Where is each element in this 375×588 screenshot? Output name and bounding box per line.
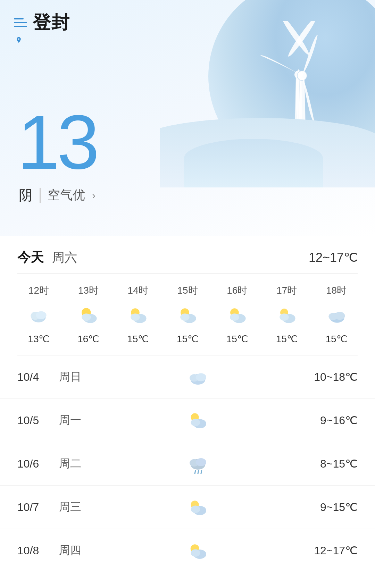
hour-icon-1	[76, 303, 101, 328]
hour-temp-5: 15℃	[276, 333, 298, 345]
forecast-row-0[interactable]: 10/4 周日 10~18℃	[0, 355, 375, 399]
forecast-icon-1	[101, 409, 295, 431]
forecast-icon-3	[101, 496, 295, 518]
today-label: 今天	[17, 249, 44, 266]
hour-icon-2	[125, 303, 150, 328]
svg-line-37	[195, 471, 195, 474]
hour-icon-0	[26, 303, 51, 328]
location-icon	[15, 36, 22, 43]
forecast-icon-4	[101, 539, 295, 562]
svg-point-18	[180, 313, 189, 321]
hour-item-4: 16时 15℃	[212, 284, 262, 345]
hour-label-6: 18时	[326, 284, 347, 297]
menu-line-3	[14, 26, 27, 27]
forecast-row-2[interactable]: 10/6 周二 8~15℃	[0, 442, 375, 486]
hour-label-4: 16时	[227, 284, 247, 297]
hour-label-0: 12时	[28, 284, 49, 297]
svg-point-30	[196, 373, 206, 381]
location-row	[15, 36, 22, 45]
menu-line-1	[14, 18, 24, 19]
menu-button[interactable]	[14, 18, 27, 27]
svg-point-42	[191, 506, 200, 513]
forecast-date-2: 10/6	[17, 457, 59, 470]
forecast-date-0: 10/4	[17, 371, 59, 384]
desc-divider	[40, 188, 41, 203]
hero-section: 登封 13 阴 空气优 ›	[0, 0, 375, 236]
forecast-day-4: 周四	[59, 543, 101, 558]
menu-line-2	[14, 22, 27, 23]
forecast-section: 今天 周六 12~17℃ 12时 13℃ 13时	[0, 236, 375, 572]
forecast-icon-0	[101, 366, 295, 388]
hour-item-3: 15时 15℃	[163, 284, 212, 345]
air-quality-chevron-icon[interactable]: ›	[92, 190, 95, 201]
forecast-date-4: 10/8	[17, 544, 59, 557]
hour-icon-5	[274, 303, 299, 328]
forecast-temp-2: 8~15℃	[295, 457, 358, 470]
forecast-date-3: 10/7	[17, 501, 59, 514]
svg-point-24	[280, 313, 289, 321]
weekday-label: 周六	[52, 249, 77, 266]
svg-point-9	[36, 311, 47, 319]
hour-label-1: 13时	[78, 284, 99, 297]
svg-line-38	[198, 471, 199, 474]
hour-temp-2: 15℃	[127, 333, 149, 345]
svg-point-36	[196, 458, 206, 466]
svg-point-45	[191, 549, 200, 556]
city-name[interactable]: 登封	[33, 10, 70, 35]
forecast-day-1: 周一	[59, 413, 101, 428]
forecast-row-3[interactable]: 10/7 周三 9~15℃	[0, 486, 375, 529]
forecast-temp-1: 9~16℃	[295, 414, 358, 427]
hour-icon-6	[324, 303, 349, 328]
forecast-day-2: 周二	[59, 456, 101, 471]
weather-condition: 阴	[19, 186, 33, 205]
hour-temp-3: 15℃	[177, 333, 198, 345]
forecast-row-1[interactable]: 10/5 周一 9~16℃	[0, 399, 375, 442]
weather-description-row: 阴 空气优 ›	[19, 186, 95, 205]
hour-label-5: 17时	[276, 284, 297, 297]
svg-point-21	[230, 313, 239, 321]
hour-temp-1: 16℃	[77, 333, 99, 345]
hour-label-2: 14时	[128, 284, 148, 297]
snow-hill-2	[184, 139, 323, 187]
today-temp-range: 12~17℃	[309, 250, 358, 265]
hour-temp-4: 15℃	[226, 333, 248, 345]
svg-point-15	[131, 313, 140, 321]
forecast-day-0: 周日	[59, 369, 101, 385]
air-quality-label[interactable]: 空气优	[48, 187, 85, 204]
forecast-temp-4: 12~17℃	[295, 544, 358, 557]
hourly-forecast-row: 12时 13℃ 13时	[0, 274, 375, 355]
today-header: 今天 周六 12~17℃	[0, 236, 375, 273]
hour-temp-0: 13℃	[28, 333, 49, 345]
forecast-temp-3: 9~15℃	[295, 501, 358, 514]
hour-icon-3	[175, 303, 200, 328]
hour-icon-4	[225, 303, 250, 328]
hour-item-6: 18时 15℃	[311, 284, 361, 345]
forecast-row-4[interactable]: 10/8 周四 12~17℃	[0, 529, 375, 572]
forecast-date-1: 10/5	[17, 414, 59, 427]
hour-label-3: 15时	[177, 284, 198, 297]
svg-point-33	[191, 419, 200, 426]
bg-illustration	[160, 0, 375, 187]
hour-temp-6: 15℃	[326, 333, 347, 345]
svg-point-27	[334, 312, 345, 320]
temperature-display: 13	[17, 104, 97, 180]
hour-item-2: 14时 15℃	[113, 284, 163, 345]
svg-line-39	[201, 471, 202, 474]
svg-point-12	[82, 313, 91, 321]
forecast-icon-2	[101, 453, 295, 475]
forecast-day-3: 周三	[59, 499, 101, 515]
hour-item-5: 17时 15℃	[262, 284, 311, 345]
hour-item-0: 12时 13℃	[14, 284, 64, 345]
temperature-value: 13	[17, 100, 97, 185]
hour-item-1: 13时 16℃	[64, 284, 113, 345]
app-container: 登封 13 阴 空气优 › 今天 周六 12~17℃	[0, 0, 375, 588]
forecast-temp-0: 10~18℃	[295, 370, 358, 384]
header: 登封	[14, 10, 70, 35]
